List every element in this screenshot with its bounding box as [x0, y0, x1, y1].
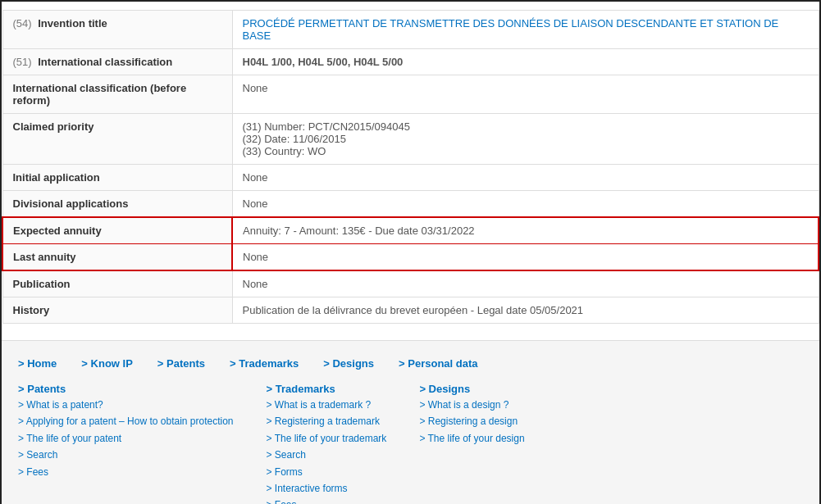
footer-what-is-design-link[interactable]: What is a design ? [419, 397, 524, 413]
publication-value: None [243, 278, 268, 290]
footer-trademarks-interactive-forms-link[interactable]: Interactive forms [267, 480, 387, 497]
label-cell: International classification (before ref… [2, 75, 232, 114]
footer-designs-title: Designs [419, 383, 524, 395]
field-label: International classification (before ref… [13, 82, 187, 107]
field-label: Publication [13, 278, 71, 290]
table-row: (54) Invention title PROCÉDÉ PERMETTANT … [2, 11, 819, 49]
invention-title-value: PROCÉDÉ PERMETTANT DE TRANSMETTRE DES DO… [243, 17, 779, 42]
field-label: History [13, 304, 50, 316]
table-row: International classification (before ref… [2, 75, 819, 114]
footer-top-nav: Home Know IP Patents Trademarks Designs … [18, 357, 803, 370]
footer-patents-search-link[interactable]: Search [18, 447, 234, 463]
footer-sections: Patents What is a patent? Applying for a… [18, 383, 803, 504]
label-cell: Claimed priority [2, 114, 232, 165]
footer-section-patents: Patents What is a patent? Applying for a… [18, 383, 234, 504]
field-number: (51) [13, 56, 32, 68]
table-row: History Publication de la délivrance du … [2, 297, 819, 324]
history-value: Publication de la délivrance du brevet e… [243, 304, 584, 316]
footer-registering-design-link[interactable]: Registering a design [419, 413, 524, 429]
field-label: International classification [38, 56, 172, 68]
field-number: (54) [13, 17, 32, 30]
footer-section-designs: Designs What is a design ? Registering a… [419, 383, 524, 504]
footer-patents-fees-link[interactable]: Fees [18, 464, 234, 480]
footer-life-trademark-link[interactable]: The life of your trademark [267, 430, 387, 447]
table-row: Divisional applications None [2, 191, 819, 218]
value-cell: None [232, 270, 819, 297]
footer-applying-patent-link[interactable]: Applying for a patent – How to obtain pr… [18, 413, 234, 429]
expected-annuity-value: Annuity: 7 - Amount: 135€ - Due date 03/… [243, 225, 475, 237]
footer-patents-title: Patents [18, 383, 234, 395]
label-cell: Initial application [2, 165, 232, 191]
table-row: Initial application None [2, 165, 819, 191]
label-cell: History [2, 297, 232, 324]
footer-what-is-trademark-link[interactable]: What is a trademark ? [267, 397, 387, 413]
value-cell: None [232, 75, 819, 114]
footer-designs-link[interactable]: Designs [323, 357, 374, 370]
priority-date: (32) Date: 11/06/2015 [243, 133, 809, 145]
priority-number: (31) Number: PCT/CN2015/094045 [243, 120, 809, 133]
footer-trademarks-forms-link[interactable]: Forms [267, 464, 387, 480]
label-cell: Last annuity [2, 244, 232, 271]
label-cell: (54) Invention title [2, 11, 232, 49]
initial-app-value: None [243, 171, 268, 184]
value-cell: PROCÉDÉ PERMETTANT DE TRANSMETTRE DES DO… [232, 11, 819, 49]
value-cell: Annuity: 7 - Amount: 135€ - Due date 03/… [232, 217, 819, 244]
footer-life-patent-link[interactable]: The life of your patent [18, 430, 234, 447]
main-content: (54) Invention title PROCÉDÉ PERMETTANT … [2, 2, 819, 324]
field-label: Initial application [13, 171, 100, 184]
value-cell: Publication de la délivrance du brevet e… [232, 297, 819, 324]
footer-personal-data-link[interactable]: Personal data [399, 357, 477, 370]
footer-registering-trademark-link[interactable]: Registering a trademark [267, 413, 387, 429]
label-cell: (51) International classification [2, 49, 232, 75]
footer-trademarks-link[interactable]: Trademarks [230, 357, 299, 370]
intl-class-value: H04L 1/00, H04L 5/00, H04L 5/00 [243, 56, 404, 68]
footer: Home Know IP Patents Trademarks Designs … [2, 340, 819, 504]
footer-life-design-link[interactable]: The life of your design [419, 430, 524, 447]
annuity-row-expected: Expected annuity Annuity: 7 - Amount: 13… [2, 217, 819, 244]
label-cell: Publication [2, 270, 232, 297]
footer-trademarks-title: Trademarks [267, 383, 387, 395]
field-label: Divisional applications [13, 198, 129, 210]
value-cell: (31) Number: PCT/CN2015/094045 (32) Date… [232, 114, 819, 165]
label-cell: Divisional applications [2, 191, 232, 218]
footer-home-link[interactable]: Home [18, 357, 57, 370]
footer-section-trademarks: Trademarks What is a trademark ? Registe… [267, 383, 387, 504]
footer-trademarks-fees-link[interactable]: Fees [267, 497, 387, 504]
field-label: Last annuity [13, 251, 76, 263]
field-label: Claimed priority [13, 120, 94, 133]
footer-patents-link[interactable]: Patents [157, 357, 205, 370]
label-cell: Expected annuity [2, 217, 232, 244]
intl-class-before-value: None [243, 82, 268, 94]
footer-what-is-patent-link[interactable]: What is a patent? [18, 397, 234, 413]
value-cell: None [232, 165, 819, 191]
value-cell: H04L 1/00, H04L 5/00, H04L 5/00 [232, 49, 819, 75]
field-label: Expected annuity [13, 225, 102, 237]
value-cell: None [232, 191, 819, 218]
divisional-apps-value: None [243, 198, 268, 210]
priority-country: (33) Country: WO [243, 145, 809, 157]
footer-know-ip-link[interactable]: Know IP [81, 357, 133, 370]
field-label: Invention title [38, 17, 107, 30]
table-row: (51) International classification H04L 1… [2, 49, 819, 75]
last-annuity-value: None [243, 251, 268, 263]
table-row: Claimed priority (31) Number: PCT/CN2015… [2, 114, 819, 165]
annuity-row-last: Last annuity None [2, 244, 819, 271]
value-cell: None [232, 244, 819, 271]
patent-table: (54) Invention title PROCÉDÉ PERMETTANT … [2, 10, 819, 324]
footer-trademarks-search-link[interactable]: Search [267, 447, 387, 463]
table-row: Publication None [2, 270, 819, 297]
